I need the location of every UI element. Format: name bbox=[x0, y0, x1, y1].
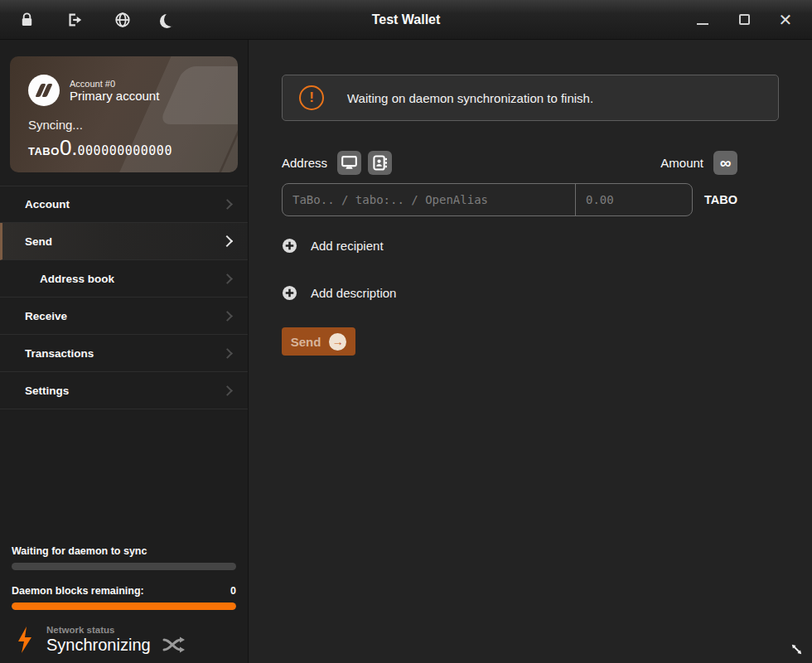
language-button[interactable] bbox=[109, 7, 136, 33]
network-status-row: Network status Synchronizing bbox=[12, 625, 236, 655]
account-balance: TABO0.000000000000 bbox=[28, 137, 238, 158]
add-recipient-button[interactable]: Add recipient bbox=[282, 238, 384, 254]
maximize-icon bbox=[739, 14, 750, 25]
blocks-remaining-value: 0 bbox=[230, 585, 236, 597]
sign-out-button[interactable] bbox=[61, 7, 88, 33]
account-name: Primary account bbox=[70, 89, 159, 103]
lock-wallet-button[interactable] bbox=[13, 7, 40, 33]
add-description-button[interactable]: Add description bbox=[282, 285, 396, 301]
lock-icon bbox=[19, 12, 35, 27]
account-card[interactable]: Account #0 Primary account Syncing... TA… bbox=[10, 56, 238, 172]
balance-integer: 0. bbox=[60, 137, 78, 158]
send-page: ! Waiting on daemon synchronization to f… bbox=[249, 40, 812, 663]
add-recipient-label: Add recipient bbox=[311, 239, 384, 253]
sidebar-item-label: Account bbox=[25, 198, 70, 211]
send-button[interactable]: Send → bbox=[282, 327, 355, 356]
inputs-row: TABO bbox=[282, 183, 737, 216]
sign-out-icon bbox=[66, 12, 83, 28]
sidebar-item-account[interactable]: Account bbox=[0, 186, 248, 223]
moon-icon bbox=[164, 12, 178, 27]
window-controls: ✕ bbox=[691, 8, 812, 31]
card-sync-status: Syncing... bbox=[28, 118, 238, 132]
minimize-icon bbox=[697, 23, 708, 25]
balance-currency: TABO bbox=[28, 145, 60, 157]
titlebar: Test Wallet ✕ bbox=[0, 0, 812, 40]
resize-handle[interactable] bbox=[790, 642, 804, 656]
sidebar-nav: Account Send Address book Receive Transa… bbox=[0, 186, 248, 409]
sidebar-item-send[interactable]: Send bbox=[0, 223, 248, 260]
daemon-sync-alert: ! Waiting on daemon synchronization to f… bbox=[282, 75, 779, 121]
blocks-remaining-label: Daemon blocks remaining: bbox=[12, 585, 144, 597]
chevron-right-icon bbox=[221, 235, 233, 247]
send-all-button[interactable]: ∞ bbox=[713, 151, 737, 175]
sidebar-item-address-book[interactable]: Address book bbox=[0, 260, 248, 298]
lightning-icon bbox=[17, 626, 33, 654]
amount-label: Amount bbox=[660, 156, 703, 170]
account-number: Account #0 bbox=[70, 79, 159, 89]
alert-message: Waiting on daemon synchronization to fin… bbox=[347, 91, 593, 105]
sync-status-panel: Waiting for daemon to sync Daemon blocks… bbox=[0, 545, 248, 663]
chevron-right-icon bbox=[222, 385, 233, 396]
send-button-label: Send bbox=[291, 335, 321, 349]
infinity-icon: ∞ bbox=[720, 155, 732, 171]
sidebar-item-label: Receive bbox=[25, 310, 67, 322]
globe-icon bbox=[114, 12, 131, 28]
titlebar-icons bbox=[0, 7, 184, 33]
contact-card-icon bbox=[373, 155, 387, 171]
minimize-button[interactable] bbox=[691, 8, 714, 31]
plus-circle-icon bbox=[282, 285, 297, 301]
wallet-logo-icon bbox=[28, 75, 60, 106]
blocks-remaining-progressbar bbox=[12, 603, 236, 610]
close-button[interactable]: ✕ bbox=[774, 8, 797, 31]
paste-from-screen-button[interactable] bbox=[337, 151, 361, 175]
sidebar-item-label: Transactions bbox=[25, 347, 94, 360]
chevron-right-icon bbox=[222, 311, 233, 322]
address-input[interactable] bbox=[283, 184, 576, 215]
network-status-value: Synchronizing bbox=[46, 636, 151, 655]
sidebar-item-transactions[interactable]: Transactions bbox=[0, 335, 248, 372]
close-icon: ✕ bbox=[779, 12, 793, 28]
chevron-right-icon bbox=[222, 199, 233, 210]
chevron-right-icon bbox=[222, 348, 233, 359]
address-book-button[interactable] bbox=[368, 151, 392, 175]
sidebar-item-settings[interactable]: Settings bbox=[0, 372, 248, 409]
add-description-label: Add description bbox=[311, 286, 396, 300]
sidebar-item-receive[interactable]: Receive bbox=[0, 298, 248, 335]
warning-icon: ! bbox=[299, 85, 324, 110]
arrow-right-circle-icon: → bbox=[329, 333, 346, 351]
monitor-icon bbox=[341, 156, 357, 170]
balance-fraction: 000000000000 bbox=[78, 143, 172, 158]
chevron-right-icon bbox=[222, 273, 233, 284]
sidebar-item-label: Settings bbox=[25, 385, 69, 397]
daemon-sync-progressbar bbox=[12, 563, 236, 570]
amount-input[interactable] bbox=[576, 184, 692, 215]
maximize-button[interactable] bbox=[732, 8, 756, 31]
field-labels-row: Address Amount ∞ bbox=[282, 151, 737, 175]
currency-ticker: TABO bbox=[704, 193, 737, 206]
address-label: Address bbox=[282, 156, 327, 170]
sidebar-item-label: Send bbox=[25, 235, 52, 248]
network-status-label: Network status bbox=[46, 625, 151, 635]
plus-circle-icon bbox=[282, 238, 297, 254]
daemon-sync-label: Waiting for daemon to sync bbox=[12, 545, 236, 557]
sidebar: Account #0 Primary account Syncing... TA… bbox=[0, 40, 249, 663]
sidebar-item-label: Address book bbox=[40, 273, 114, 285]
theme-toggle-button[interactable] bbox=[157, 7, 184, 33]
shuffle-icon[interactable] bbox=[162, 636, 187, 654]
